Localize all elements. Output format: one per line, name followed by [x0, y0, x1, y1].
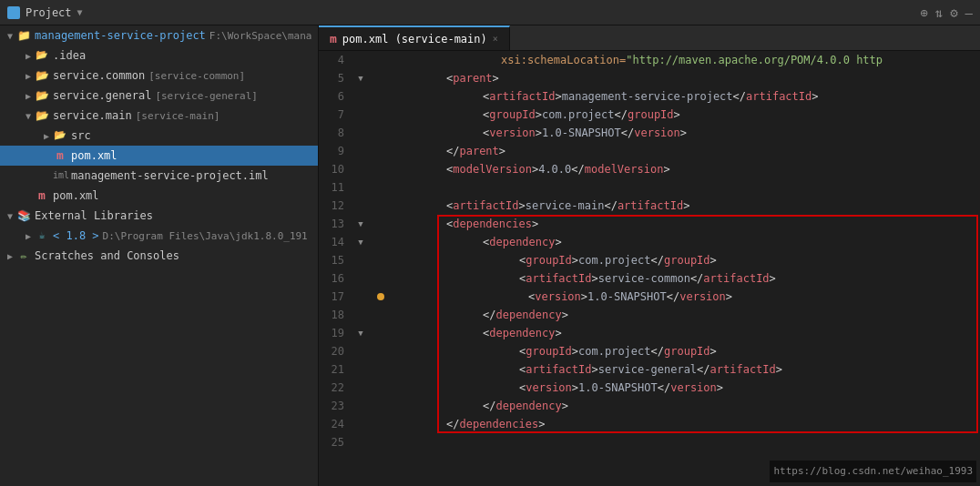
code-line-18: </dependency>	[373, 306, 980, 324]
sidebar-item-service-general[interactable]: ▶ 📂 service.general [service-general]	[0, 86, 318, 106]
watermark: https://blog.csdn.net/weihao_1993	[770, 461, 976, 482]
editor-wrapper: 4 5 6 7 8 9 10 11 12 13 14 15 16 17 18 1…	[319, 51, 980, 486]
project-label[interactable]: Project	[26, 6, 72, 19]
expand-arrow: ▶	[40, 131, 53, 141]
code-line-16: <artifactId>service-common</artifactId>	[373, 269, 980, 288]
service-main-label: service.main	[53, 109, 132, 122]
gutter: ▼ ▼ ▼ ▼	[352, 51, 370, 486]
sidebar-item-service-main[interactable]: ▼ 📂 service.main [service-main]	[0, 106, 318, 126]
main-layout: ▼ 📁 management-service-project F:\WorkSp…	[0, 25, 980, 486]
line-num-20: 20	[326, 342, 344, 360]
sidebar-item-external-libraries[interactable]: ▼ 📚 External Libraries	[0, 206, 318, 226]
code-text-15: <groupId>com.project</groupId>	[519, 251, 717, 269]
code-text-13: <dependencies>	[446, 215, 538, 233]
sidebar-item-jdk[interactable]: ▶ ☕ < 1.8 > D:\Program Files\Java\jdk1.8…	[0, 226, 318, 246]
code-line-7: <groupId>com.project</groupId>	[373, 106, 980, 124]
sidebar-item-scratches[interactable]: ▶ ✏ Scratches and Consoles	[0, 246, 318, 266]
code-text-21: <artifactId>service-general</artifactId>	[519, 360, 782, 379]
service-common-label: service.common	[53, 69, 145, 82]
code-line-15: <groupId>com.project</groupId>	[373, 251, 980, 269]
line-num-14: 14	[326, 233, 344, 251]
gutter-23	[352, 397, 370, 415]
gutter-16	[352, 269, 370, 288]
line-num-17: 17	[326, 288, 344, 306]
gutter-6	[352, 87, 370, 106]
code-line-23: </dependency>	[373, 397, 980, 415]
sidebar-item-idea[interactable]: ▶ 📂 .idea	[0, 46, 318, 66]
code-line-19: <dependency>	[373, 324, 980, 342]
code-line-12: <artifactId>service-main</artifactId>	[373, 197, 980, 215]
sync-icon[interactable]: ⇅	[935, 5, 943, 20]
line-num-25: 25	[326, 433, 344, 451]
bookmark-dot	[377, 293, 384, 300]
gutter-24	[352, 415, 370, 433]
service-general-label: service.general	[53, 89, 151, 102]
sidebar-item-management-iml[interactable]: ▶ iml management-service-project.iml	[0, 166, 318, 186]
code-text-14: <dependency>	[483, 233, 562, 251]
expand-arrow: ▶	[22, 231, 35, 241]
minimize-icon[interactable]: —	[965, 5, 973, 20]
code-line-8: <version>1.0-SNAPSHOT</version>	[373, 124, 980, 142]
gutter-5: ▼	[352, 69, 370, 87]
settings-icon[interactable]: ⚙	[950, 5, 957, 20]
gutter-8	[352, 124, 370, 142]
add-module-icon[interactable]: ⊕	[920, 5, 927, 20]
tab-pom-icon: m	[330, 32, 337, 46]
gutter-21	[352, 360, 370, 379]
line-num-24: 24	[326, 415, 344, 433]
code-line-17: <version>1.0-SNAPSHOT</version>	[373, 288, 980, 306]
gutter-13: ▼	[352, 215, 370, 233]
sidebar-item-pom-main[interactable]: ▶ m pom.xml	[0, 146, 318, 166]
sidebar-item-src[interactable]: ▶ 📂 src	[0, 126, 318, 146]
line-num-13: 13	[326, 215, 344, 233]
tab-pom-label: pom.xml (service-main)	[342, 33, 487, 46]
jdk-label: < 1.8 >	[53, 229, 99, 242]
bookmark-17	[377, 288, 386, 306]
external-libraries-label: External Libraries	[35, 209, 153, 222]
sidebar-item-pom-root[interactable]: ▶ m pom.xml	[0, 186, 318, 206]
module-folder-icon3: 📂	[35, 108, 49, 123]
editor-area: m pom.xml (service-main) × 4 5 6 7 8 9 1…	[319, 25, 980, 486]
pom-main-label: pom.xml	[71, 149, 117, 162]
code-text-19: <dependency>	[483, 324, 562, 342]
code-text-8: <version>1.0-SNAPSHOT</version>	[483, 124, 687, 142]
src-label: src	[71, 129, 91, 142]
jdk-path: D:\Program Files\Java\jdk1.8.0_191	[103, 230, 308, 242]
code-text-18: </dependency>	[483, 306, 568, 324]
service-common-badge: [service-common]	[148, 70, 245, 82]
code-line-5: <parent>	[373, 69, 980, 87]
code-line-21: <artifactId>service-general</artifactId>	[373, 360, 980, 379]
gutter-22	[352, 379, 370, 397]
tab-close-button[interactable]: ×	[493, 34, 498, 44]
code-text-6: <artifactId>management-service-project</…	[483, 87, 819, 106]
title-bar-left: Project ▼	[7, 6, 83, 19]
line-num-11: 11	[326, 178, 344, 197]
gutter-12	[352, 197, 370, 215]
line-num-22: 22	[326, 379, 344, 397]
code-text-12: <artifactId>service-main</artifactId>	[446, 197, 689, 215]
code-text-7: <groupId>com.project</groupId>	[483, 106, 680, 124]
editor-content[interactable]: 4 5 6 7 8 9 10 11 12 13 14 15 16 17 18 1…	[319, 51, 980, 486]
project-icon	[7, 6, 20, 19]
tab-pom-xml[interactable]: m pom.xml (service-main) ×	[319, 25, 510, 50]
line-num-9: 9	[326, 142, 344, 160]
service-main-badge: [service-main]	[136, 110, 220, 122]
sidebar-item-management-project[interactable]: ▼ 📁 management-service-project F:\WorkSp…	[0, 25, 318, 46]
gutter-18	[352, 306, 370, 324]
line-num-21: 21	[326, 360, 344, 379]
code-line-4: xsi:schemaLocation="http://maven.apache.…	[373, 51, 980, 69]
sidebar-item-service-common[interactable]: ▶ 📂 service.common [service-common]	[0, 66, 318, 86]
title-bar-icons: ⊕ ⇅ ⚙ —	[920, 5, 973, 20]
code-line-11	[373, 178, 980, 197]
expand-arrow: ▶	[22, 91, 35, 101]
line-num-7: 7	[326, 106, 344, 124]
gutter-14: ▼	[352, 233, 370, 251]
expand-arrow: ▼	[4, 211, 16, 221]
expand-arrow: ▶	[22, 71, 35, 81]
code-content[interactable]: xsi:schemaLocation="http://maven.apache.…	[370, 51, 980, 486]
dropdown-icon[interactable]: ▼	[77, 7, 83, 17]
code-line-25	[373, 433, 980, 451]
code-text-4: xsi:schemaLocation="http://maven.apache.…	[501, 51, 883, 69]
code-line-6: <artifactId>management-service-project</…	[373, 87, 980, 106]
gutter-20	[352, 342, 370, 360]
